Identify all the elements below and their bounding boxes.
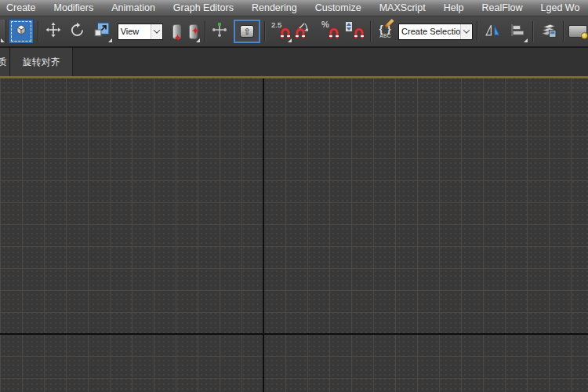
align-button[interactable]	[506, 20, 528, 43]
select-object-button[interactable]	[9, 19, 34, 44]
flyout-corner-icon	[196, 38, 200, 42]
abc-label: ABC	[379, 34, 391, 38]
edit-named-selection-sets-button[interactable]: { } ABC	[375, 20, 396, 43]
select-and-move-button[interactable]	[42, 20, 64, 43]
menu-lged[interactable]: Lged Wo	[541, 2, 580, 13]
use-selection-center-button[interactable]: ✦	[186, 20, 201, 43]
grid-origin-axis-horizontal	[0, 333, 588, 335]
select-and-manipulate-button[interactable]	[209, 20, 230, 43]
menu-graph-editors[interactable]: Graph Editors	[173, 2, 234, 13]
pivot-star-icon: ✦	[174, 34, 181, 42]
grid-origin-axis-vertical	[263, 78, 264, 392]
rotate-icon	[69, 22, 85, 42]
cube-icon	[14, 24, 27, 39]
menu-create[interactable]: Create	[6, 2, 36, 13]
pivot-icon: ✦	[189, 24, 198, 39]
move-icon	[45, 22, 61, 41]
flyout-corner-icon	[524, 38, 528, 42]
menu-realflow[interactable]: RealFlow	[481, 2, 522, 13]
pivot-star-icon: ✦	[192, 27, 199, 34]
magnet-icon	[295, 27, 306, 42]
tab-partial[interactable]: 质	[0, 48, 10, 76]
select-and-rotate-button[interactable]	[67, 20, 89, 43]
magnet-icon	[328, 27, 339, 42]
align-icon	[510, 24, 525, 40]
select-and-scale-button[interactable]	[91, 20, 113, 43]
viewport-grid[interactable]	[0, 78, 588, 392]
selection-region-flyout-button[interactable]	[0, 20, 6, 43]
flyout-corner-icon	[288, 38, 292, 42]
coordinate-system-value: View	[118, 27, 151, 36]
render-setup-button[interactable]	[568, 20, 588, 43]
render-icon	[568, 25, 587, 38]
toolbar-separator	[563, 21, 564, 42]
keyboard-shortcut-override-button[interactable]: ⇧	[234, 20, 260, 43]
manage-layers-button[interactable]	[537, 20, 559, 43]
named-selection-set-dropdown[interactable]: Create Selection Set	[398, 24, 473, 40]
toolbar-separator	[38, 21, 38, 42]
toolbar-separator	[264, 21, 265, 42]
menu-help[interactable]: Help	[444, 2, 464, 13]
mirror-icon	[485, 24, 501, 40]
menu-bar: Create Modifiers Animation Graph Editors…	[0, 0, 588, 16]
toolbar-separator	[205, 21, 205, 42]
manipulate-icon	[212, 22, 227, 41]
menu-rendering[interactable]: Rendering	[252, 2, 297, 13]
scale-icon	[94, 22, 110, 41]
magnet-icon	[354, 27, 365, 42]
menu-customize[interactable]: Customize	[315, 2, 361, 13]
menu-maxscript[interactable]: MAXScript	[379, 2, 426, 13]
bulb-icon	[581, 32, 588, 39]
mirror-button[interactable]	[481, 20, 503, 43]
main-toolbar: View ✦ ✦ ⇧ 2.5	[0, 16, 588, 47]
menu-modifiers[interactable]: Modifiers	[54, 2, 94, 13]
spinner-icon	[345, 21, 353, 32]
chevron-down-icon	[460, 24, 472, 39]
tab-label: 质	[0, 56, 7, 69]
spinner-snap-toggle-button[interactable]	[343, 20, 366, 43]
tab-rotate-align[interactable]: 旋转对齐	[10, 48, 73, 76]
selection-set-value: Create Selection Set	[399, 27, 460, 36]
use-pivot-point-center-button[interactable]: ✦	[169, 20, 184, 43]
tab-label: 旋转对齐	[23, 56, 60, 69]
pivot-icon: ✦	[172, 24, 181, 39]
menu-animation[interactable]: Animation	[111, 2, 155, 13]
flyout-corner-icon	[1, 38, 5, 42]
chevron-down-icon	[151, 24, 162, 39]
tool-tab-bar: 质 旋转对齐	[0, 47, 588, 76]
toolbar-separator	[370, 21, 371, 42]
toolbar-separator	[532, 21, 533, 42]
angle-snap-toggle-button[interactable]	[294, 20, 317, 43]
keycap-icon: ⇧	[240, 25, 254, 38]
reference-coordinate-system-dropdown[interactable]: View	[118, 24, 163, 40]
flyout-corner-icon	[108, 38, 112, 42]
layers-icon	[540, 23, 557, 41]
snaps-toggle-button[interactable]: 2.5	[269, 20, 292, 43]
toolbar-separator	[477, 21, 477, 42]
percent-snap-toggle-button[interactable]: %	[318, 20, 341, 43]
